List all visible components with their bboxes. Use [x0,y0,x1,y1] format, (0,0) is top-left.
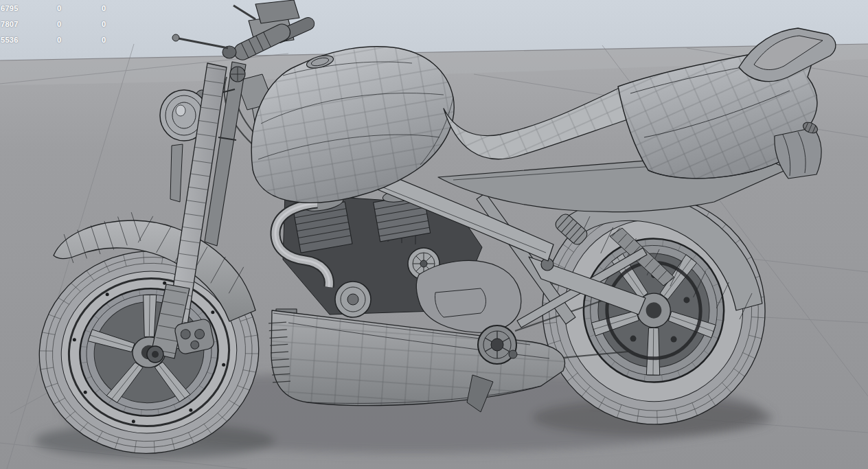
stat-value: 0 [102,19,106,29]
stat-value: 0 [57,3,61,13]
viewport-canvas[interactable] [0,0,868,469]
stat-value: 0 [102,35,106,45]
stat-value: 0 [57,19,61,29]
stat-value: 0 [102,3,106,13]
viewport-3d[interactable]: 6795 0 0 7807 0 0 5536 0 0 [0,0,868,469]
stat-value: 7807 [1,19,19,29]
stat-value: 6795 [1,3,19,13]
stat-value: 5536 [1,35,19,45]
stat-value: 0 [57,35,61,45]
front-pulley[interactable] [478,325,516,364]
